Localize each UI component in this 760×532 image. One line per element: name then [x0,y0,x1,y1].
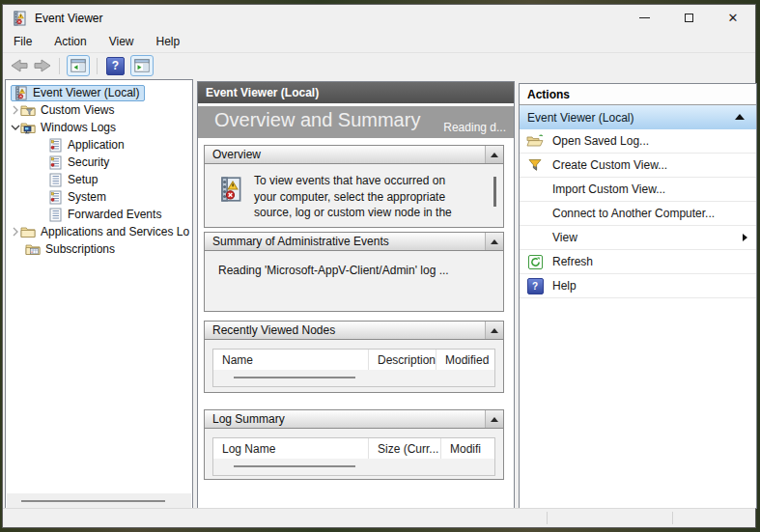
column-header-description[interactable]: Description [368,350,436,370]
refresh-icon [530,257,541,267]
event-viewer-book-icon [217,173,243,206]
folder-custom-views-icon [20,103,36,118]
table-loading-row [213,370,494,386]
overview-section: Overview To view events that have occurr… [204,145,504,228]
menu-action[interactable]: Action [54,35,95,48]
scrollbar-thumb[interactable] [21,500,165,502]
actions-pane-title: Actions [520,84,756,105]
minimize-icon [639,17,650,18]
recent-nodes-section-body: Name Description Modified [204,340,504,393]
tree-item-setup[interactable]: Setup [6,171,192,188]
collapse-arrow-icon [491,328,498,333]
menu-view[interactable]: View [109,35,143,48]
toolbar-separator [97,58,98,74]
filter-icon [528,158,542,172]
show-hide-action-pane-button[interactable] [130,55,154,76]
actions-pane: Actions Event Viewer (Local) Open Saved … [519,83,757,509]
chevron-right-icon[interactable] [10,227,20,237]
table-loading-row [213,459,494,475]
column-header-modified[interactable]: Modified [436,350,494,370]
admin-events-section-header[interactable]: Summary of Administrative Events [204,232,504,251]
action-import-custom-view[interactable]: Import Custom View... [520,178,756,202]
collapse-arrow-icon [735,114,745,120]
maximize-button[interactable] [666,5,711,31]
action-open-saved-log[interactable]: Open Saved Log... [520,129,756,154]
log-summary-section-header[interactable]: Log Summary [204,409,504,429]
back-arrow-icon [10,58,29,73]
event-log-icon [48,155,63,170]
column-header-log-name[interactable]: Log Name [213,442,368,456]
main-area: Event Viewer (Local) Custom Views Window… [3,78,755,509]
collapse-button[interactable] [485,233,503,250]
tree-item-event-viewer-local[interactable]: Event Viewer (Local) [6,84,192,101]
menu-bar: File Action View Help [3,31,755,53]
chevron-right-icon[interactable] [10,105,20,115]
action-create-custom-view[interactable]: Create Custom View... [520,154,756,178]
banner-title: Overview and Summary [214,109,420,131]
overview-section-header[interactable]: Overview [204,145,504,164]
toolbar-separator [59,58,60,74]
tree-item-security[interactable]: Security [6,154,192,171]
show-hide-console-tree-button[interactable] [67,55,90,76]
tree-item-custom-views[interactable]: Custom Views [6,101,192,119]
column-header-modified[interactable]: Modifi [440,438,494,459]
event-viewer-icon [14,86,28,100]
loading-progress-bar [234,377,355,378]
recent-nodes-table: Name Description Modified [212,349,495,387]
menu-file[interactable]: File [14,35,41,48]
folder-subscriptions-icon [25,242,41,257]
overview-scrollbar-thumb[interactable] [493,177,496,207]
column-header-name[interactable]: Name [213,353,368,367]
tree-item-application[interactable]: Application [6,136,192,154]
forward-button[interactable] [31,56,54,75]
actions-group-header[interactable]: Event Viewer (Local) [520,105,756,129]
console-tree-panel: Event Viewer (Local) Custom Views Window… [5,79,193,511]
event-log-icon [48,138,63,153]
title-bar[interactable]: Event Viewer ✕ [3,5,755,31]
action-pane-icon [134,59,150,72]
submenu-arrow-icon [743,234,747,241]
tree-item-windows-logs[interactable]: Windows Logs [6,119,192,136]
close-button[interactable]: ✕ [711,5,755,31]
tree-horizontal-scrollbar[interactable] [7,493,191,509]
status-bar-separator [672,512,673,524]
action-view[interactable]: View [520,226,756,250]
action-help[interactable]: ? Help [520,274,756,298]
table-header-row: Name Description Modified [213,350,494,370]
collapse-arrow-icon [491,417,498,422]
toolbar: ? [3,53,755,79]
tree-selection-highlight: Event Viewer (Local) [11,85,145,101]
collapse-button[interactable] [485,410,503,428]
back-button[interactable] [8,56,31,75]
tree-item-system[interactable]: System [6,188,192,206]
collapse-button[interactable] [485,322,503,339]
minimize-button[interactable] [622,5,666,31]
tree-item-subscriptions[interactable]: Subscriptions [6,240,192,258]
event-log-icon [48,190,63,205]
status-bar-separator [547,512,548,524]
menu-help[interactable]: Help [156,35,189,48]
results-pane: Event Viewer (Local) Overview and Summar… [197,81,515,511]
collapse-arrow-icon [491,153,498,157]
chevron-down-icon[interactable] [10,125,20,130]
action-connect-to-another-computer[interactable]: Connect to Another Computer... [520,202,756,226]
toolbar-help-button[interactable]: ? [106,57,125,75]
column-header-size[interactable]: Size (Curr... [368,438,440,459]
window-title: Event Viewer [35,12,102,25]
overview-section-body: To view events that have occurred on you… [204,164,504,228]
collapse-button[interactable] [485,146,503,163]
banner-status-text: Reading d... [443,121,506,134]
help-icon: ? [112,59,119,72]
folder-icon [20,225,36,239]
action-refresh[interactable]: Refresh [520,250,756,274]
log-summary-table: Log Name Size (Curr... Modifi [212,437,495,476]
admin-events-status-text: Reading 'Microsoft-AppV-Client/Admin' lo… [205,251,503,277]
collapse-arrow-icon [491,239,498,244]
status-bar [3,508,755,527]
tree-item-applications-and-services-logs[interactable]: Applications and Services Lo [6,223,192,240]
tree-item-forwarded-events[interactable]: Forwarded Events [6,206,192,223]
results-pane-header: Event Viewer (Local) [198,82,514,103]
recent-nodes-section-header[interactable]: Recently Viewed Nodes [204,321,504,340]
overview-banner: Overview and Summary Reading d... [198,106,514,138]
event-log-plain-icon [48,208,63,222]
